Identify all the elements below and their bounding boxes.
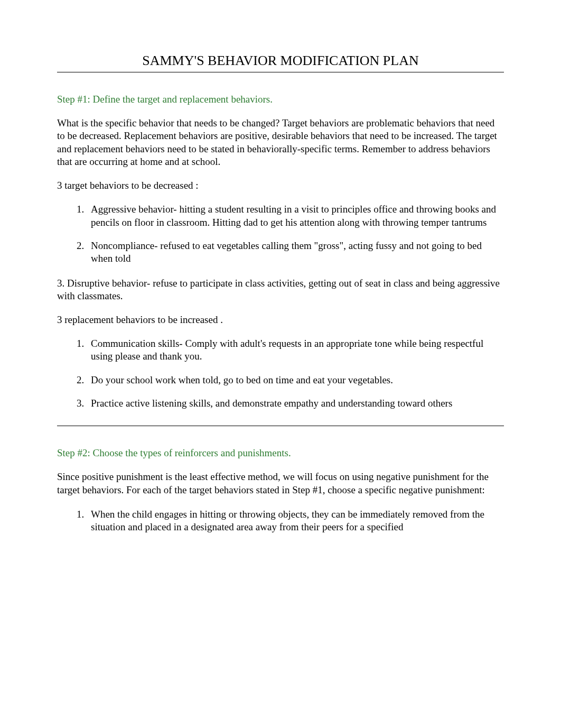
target-behavior-item-3: 3. Disruptive behavior- refuse to partic… [57, 277, 504, 303]
step2-list: When the child engages in hitting or thr… [57, 508, 504, 534]
step1-intro: What is the specific behavior that needs… [57, 117, 504, 168]
list-item: Aggressive behavior- hitting a student r… [87, 203, 504, 229]
target-behaviors-label: 3 target behaviors to be decreased : [57, 180, 504, 191]
list-item: Communication skills- Comply with adult'… [87, 337, 504, 363]
horizontal-rule [57, 426, 504, 426]
replacement-behaviors-label: 3 replacement behaviors to be increased … [57, 314, 504, 326]
target-behaviors-list: Aggressive behavior- hitting a student r… [57, 203, 504, 265]
document-title: SAMMY'S BEHAVIOR MODIFICATION PLAN [57, 53, 504, 69]
list-item: When the child engages in hitting or thr… [87, 508, 504, 534]
step2-header: Step #2: Choose the types of reinforcers… [57, 447, 504, 459]
list-item: Do your school work when told, go to bed… [87, 374, 504, 386]
step2-intro: Since positive punishment is the least e… [57, 471, 504, 496]
horizontal-rule [57, 72, 504, 72]
list-item: Practice active listening skills, and de… [87, 397, 504, 410]
step1-header: Step #1: Define the target and replaceme… [57, 94, 504, 105]
replacement-behaviors-list: Communication skills- Comply with adult'… [57, 337, 504, 410]
list-item: Noncompliance- refused to eat vegetables… [87, 239, 504, 265]
document-page: SAMMY'S BEHAVIOR MODIFICATION PLAN Step … [0, 0, 561, 728]
